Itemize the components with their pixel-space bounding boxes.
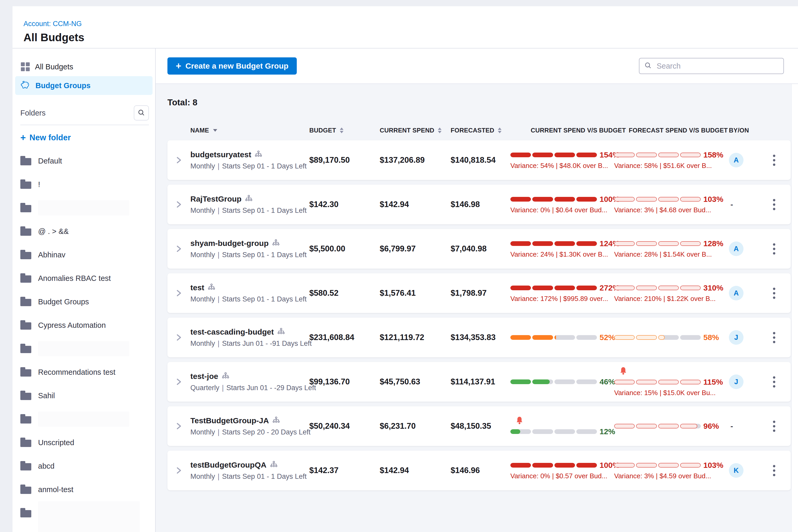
progress-bar — [510, 335, 597, 340]
sidebar-item-budget-groups[interactable]: Budget Groups — [15, 76, 153, 95]
search-input[interactable] — [656, 61, 779, 71]
budget-group-name[interactable]: RajTestGroup — [190, 194, 242, 204]
budget-amount: $5,500.00 — [309, 244, 380, 253]
account-breadcrumb[interactable]: Account: CCM-NG — [23, 20, 82, 28]
budget-group-name-cell: shyam-budget-groupMonthly|Starts Sep 01 … — [190, 239, 309, 259]
folder-item[interactable]: Unscripted — [20, 431, 155, 454]
alert-bell-icon — [516, 416, 523, 425]
folder-item[interactable]: @ . > && — [20, 220, 155, 243]
progress-bar — [510, 153, 597, 157]
budget-period-schedule: Monthly|Starts Sep 01 - 1 Days Left — [190, 207, 309, 215]
folder-search-button[interactable] — [134, 106, 149, 120]
variance-label: Variance: 0% | $0.57 over Bud... — [510, 472, 607, 480]
forecasted-amount: $48,150.35 — [451, 421, 510, 431]
forecast-spend-vs-budget-bar: 115%Variance: 15% | $15.0K over Bu... — [614, 362, 729, 402]
folder-item[interactable]: Abhinav — [20, 243, 155, 267]
expand-chevron-icon[interactable] — [167, 200, 190, 209]
folder-item[interactable]: Default — [20, 149, 155, 173]
percent-label: 128% — [703, 239, 723, 248]
budget-group-name[interactable]: test-cascading-budget — [190, 327, 274, 337]
forecasted-amount: $134,353.83 — [451, 333, 510, 342]
budget-group-name-cell: budgetsuryatestMonthly|Starts Sep 01 - 1… — [190, 150, 309, 170]
variance-label: Variance: 172% | $995.89 over... — [510, 295, 608, 303]
row-menu-kebab-icon[interactable] — [772, 153, 777, 167]
folder-item[interactable] — [20, 337, 155, 360]
current-spend-amount: $142.94 — [380, 200, 451, 209]
budget-group-name-cell: TestBudgetGroup-JAMonthly|Starts Sep 20 … — [190, 416, 309, 436]
folder-icon — [20, 182, 31, 189]
folder-item[interactable]: ! — [20, 173, 155, 196]
column-header-current-spend[interactable]: CURRENT SPEND — [380, 127, 451, 134]
folder-item[interactable]: Recommendations test — [20, 360, 155, 384]
percent-label: 103% — [703, 195, 723, 204]
current-spend-vs-budget-bar: 52% — [510, 318, 614, 357]
budget-group-row: budgetsuryatestMonthly|Starts Sep 01 - 1… — [167, 140, 791, 180]
folder-item[interactable]: abcd — [20, 454, 155, 478]
sort-icon — [498, 128, 501, 133]
column-header-by-on[interactable]: BY/ON — [729, 127, 758, 134]
row-menu-kebab-icon[interactable] — [772, 197, 777, 212]
main-panel: + Create a new Budget Group Total: 8 NAM… — [156, 49, 798, 532]
row-menu-kebab-icon[interactable] — [772, 463, 777, 478]
budget-group-name[interactable]: budgetsuryatest — [190, 150, 251, 159]
folder-item[interactable]: Budget Groups — [20, 290, 155, 314]
budget-group-name[interactable]: shyam-budget-group — [190, 239, 269, 248]
table-header: NAMEBUDGETCURRENT SPENDFORECASTEDCURRENT… — [167, 127, 791, 134]
folder-label: anmol-test — [38, 485, 73, 494]
table-area: Total: 8 NAMEBUDGETCURRENT SPENDFORECAST… — [156, 97, 798, 490]
percent-label: 52% — [600, 333, 615, 342]
folder-item[interactable] — [20, 501, 155, 525]
folder-icon — [20, 440, 31, 447]
folder-item[interactable] — [20, 196, 155, 220]
by-on-cell: J — [729, 330, 758, 345]
by-on-cell: - — [729, 200, 758, 209]
by-on-empty: - — [729, 422, 733, 431]
column-header-current-spend-v-s-budget[interactable]: CURRENT SPEND V/S BUDGET — [510, 127, 614, 134]
row-menu-kebab-icon[interactable] — [772, 375, 777, 389]
row-menu-kebab-icon[interactable] — [772, 242, 777, 256]
sidebar-item-all-budgets[interactable]: All Budgets — [15, 57, 153, 76]
budget-group-name[interactable]: TestBudgetGroup-JA — [190, 416, 269, 425]
row-menu-kebab-icon[interactable] — [772, 419, 777, 433]
budget-amount: $99,136.70 — [309, 377, 380, 386]
expand-chevron-icon[interactable] — [167, 288, 190, 298]
folder-item[interactable]: anmol-test — [20, 478, 155, 501]
column-header-name[interactable]: NAME — [190, 127, 309, 134]
folder-label: ! — [38, 180, 40, 189]
forecast-spend-vs-budget-bar: 310%Variance: 210% | $1.22K over B... — [614, 273, 729, 313]
budget-group-name[interactable]: testBudgetGroupQA — [190, 460, 267, 470]
expand-chevron-icon[interactable] — [167, 377, 190, 386]
folder-icon — [20, 228, 31, 236]
by-on-cell: A — [729, 153, 758, 167]
scrollbar-track[interactable] — [792, 84, 798, 532]
row-menu-kebab-icon[interactable] — [772, 286, 777, 300]
percent-label: 58% — [703, 333, 719, 342]
expand-chevron-icon[interactable] — [167, 421, 190, 431]
folder-item[interactable]: Cypress Automation — [20, 314, 155, 337]
current-spend-amount: $121,119.72 — [380, 333, 451, 342]
divider — [20, 125, 149, 125]
column-header-forecasted[interactable]: FORECASTED — [451, 127, 510, 134]
folder-icon — [20, 346, 31, 353]
budget-group-list: budgetsuryatestMonthly|Starts Sep 01 - 1… — [167, 140, 791, 490]
expand-chevron-icon[interactable] — [167, 155, 190, 165]
hierarchy-icon — [270, 461, 278, 469]
folder-icon — [20, 252, 31, 259]
new-folder-button[interactable]: + New folder — [20, 133, 155, 142]
expand-chevron-icon[interactable] — [167, 333, 190, 342]
folder-label: Default — [38, 157, 62, 165]
folder-item[interactable]: Anomalies RBAC test — [20, 267, 155, 290]
expand-chevron-icon[interactable] — [167, 466, 190, 475]
column-header-forecast-spend-v-s-budget[interactable]: FORECAST SPEND V/S BUDGET — [614, 127, 729, 134]
create-budget-group-button[interactable]: + Create a new Budget Group — [167, 57, 297, 75]
folder-item[interactable]: Sahil — [20, 384, 155, 407]
progress-bar — [614, 380, 701, 384]
folder-item[interactable] — [20, 407, 155, 431]
row-menu-kebab-icon[interactable] — [772, 330, 777, 345]
column-header-budget[interactable]: BUDGET — [309, 127, 380, 134]
progress-bar — [510, 379, 597, 384]
budget-group-name[interactable]: test — [190, 283, 204, 292]
budget-group-name[interactable]: test-joe — [190, 372, 218, 381]
expand-chevron-icon[interactable] — [167, 244, 190, 253]
current-spend-vs-budget-bar: 272%Variance: 172% | $995.89 over... — [510, 273, 614, 313]
